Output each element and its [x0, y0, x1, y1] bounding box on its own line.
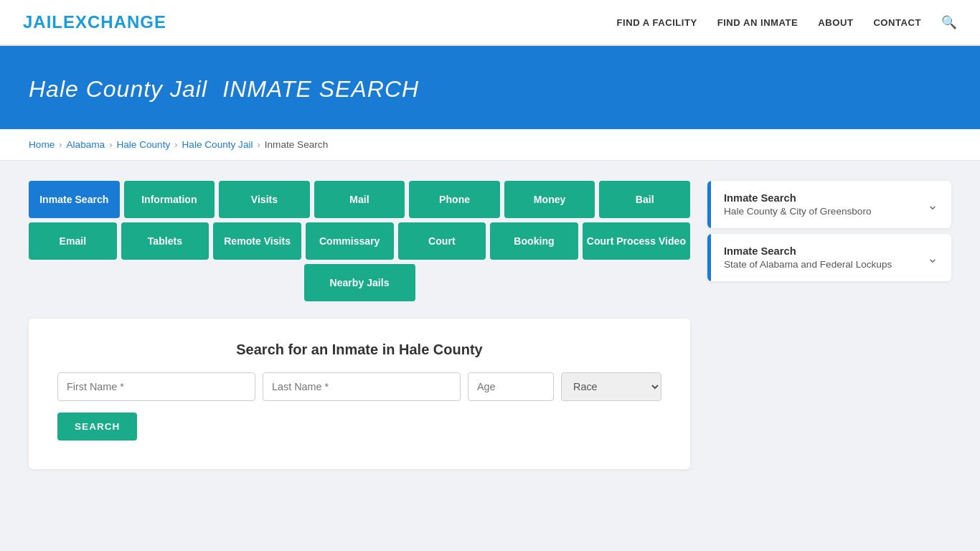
nav-item-contact[interactable]: CONTACT [873, 16, 921, 29]
nav-item-about[interactable]: ABOUT [818, 16, 853, 29]
last-name-input[interactable] [263, 372, 461, 401]
nav-btn-information[interactable]: Information [124, 181, 215, 218]
first-name-input[interactable] [57, 372, 255, 401]
sidebar-card-title-0: Inmate Search Hale County & City of Gree… [724, 192, 872, 217]
nav-btn-phone[interactable]: Phone [409, 181, 500, 218]
sidebar-card-header-1[interactable]: Inmate Search State of Alabama and Feder… [707, 234, 951, 281]
nav-btn-court[interactable]: Court [398, 222, 486, 260]
hero-banner: Hale County Jail INMATE SEARCH [0, 46, 980, 129]
nav-btn-visits[interactable]: Visits [219, 181, 310, 218]
nav-buttons-row3: Nearby Jails [29, 264, 690, 301]
breadcrumb: Home › Alabama › Hale County › Hale Coun… [0, 129, 980, 161]
nav-item-find-facility[interactable]: FIND A FACILITY [617, 16, 697, 29]
chevron-down-icon: ⌄ [927, 197, 938, 213]
page-title: Hale County Jail INMATE SEARCH [29, 72, 951, 103]
search-form-title: Search for an Inmate in Hale County [57, 342, 661, 358]
nav-item-find-inmate[interactable]: FIND AN INMATE [717, 16, 798, 29]
chevron-down-icon: ⌄ [927, 250, 938, 266]
nav-btn-remote-visits[interactable]: Remote Visits [213, 222, 301, 260]
breadcrumb-hale-county-jail[interactable]: Hale County Jail [182, 139, 253, 150]
sidebar: Inmate Search Hale County & City of Gree… [707, 181, 951, 287]
left-column: Inmate SearchInformationVisitsMailPhoneM… [29, 181, 690, 469]
sidebar-card-0: Inmate Search Hale County & City of Gree… [707, 181, 951, 228]
site-logo[interactable]: JAILEXCHANGE [23, 12, 166, 32]
logo-exchange: EXCHANGE [63, 12, 166, 32]
nav-btn-tablets[interactable]: Tablets [121, 222, 209, 260]
logo-jail: JAIL [23, 12, 63, 32]
nav-btn-court-process-video[interactable]: Court Process Video [583, 222, 690, 260]
age-input[interactable] [468, 372, 554, 401]
nav-btn-mail[interactable]: Mail [314, 181, 405, 218]
nav-btn-money[interactable]: Money [504, 181, 595, 218]
breadcrumb-hale-county[interactable]: Hale County [116, 139, 170, 150]
nav-btn-booking[interactable]: Booking [490, 222, 578, 260]
search-form-container: Search for an Inmate in Hale County Race… [29, 319, 690, 469]
breadcrumb-alabama[interactable]: Alabama [67, 139, 105, 150]
nav-links: FIND A FACILITY FIND AN INMATE ABOUT CON… [617, 15, 957, 30]
race-select[interactable]: RaceWhiteBlackHispanicAsianOther [561, 372, 661, 401]
sidebar-card-header-0[interactable]: Inmate Search Hale County & City of Gree… [707, 181, 951, 228]
search-fields: RaceWhiteBlackHispanicAsianOther [57, 372, 661, 401]
nav-btn-nearby-jails[interactable]: Nearby Jails [304, 264, 415, 301]
sidebar-card-title-1: Inmate Search State of Alabama and Feder… [724, 245, 892, 270]
breadcrumb-inmate-search: Inmate Search [265, 139, 328, 150]
navbar: JAILEXCHANGE FIND A FACILITY FIND AN INM… [0, 0, 980, 46]
content-area: Inmate SearchInformationVisitsMailPhoneM… [0, 161, 980, 489]
nav-buttons-row1: Inmate SearchInformationVisitsMailPhoneM… [29, 181, 690, 218]
nav-btn-commissary[interactable]: Commissary [306, 222, 394, 260]
nav-btn-email[interactable]: Email [29, 222, 117, 260]
sidebar-card-1: Inmate Search State of Alabama and Feder… [707, 234, 951, 281]
nav-btn-inmate-search[interactable]: Inmate Search [29, 181, 120, 218]
breadcrumb-home[interactable]: Home [29, 139, 55, 150]
search-button[interactable]: SEARCH [57, 413, 137, 441]
nav-search-icon[interactable]: 🔍 [941, 15, 957, 30]
nav-buttons-row2: EmailTabletsRemote VisitsCommissaryCourt… [29, 222, 690, 260]
nav-btn-bail[interactable]: Bail [599, 181, 690, 218]
